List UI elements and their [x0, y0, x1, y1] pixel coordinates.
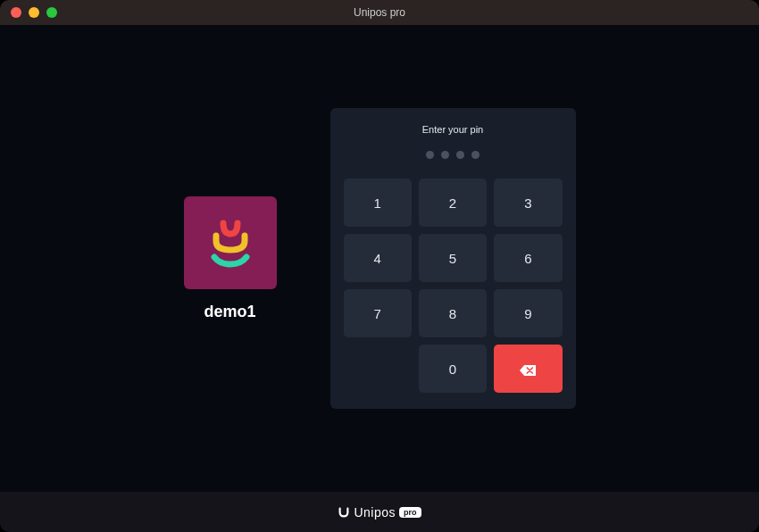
key-5[interactable]: 5 [419, 234, 487, 282]
pin-indicator [426, 151, 480, 159]
footer-brand: Unipos pro [338, 505, 421, 520]
window-controls [11, 7, 57, 18]
key-4[interactable]: 4 [344, 234, 412, 282]
app-body: demo1 Enter your pin 1 2 3 4 5 6 7 8 9 [0, 25, 759, 532]
window-close-button[interactable] [11, 7, 21, 18]
app-footer: Unipos pro [0, 492, 759, 532]
window-titlebar: Unipos pro [0, 0, 759, 25]
pin-prompt-label: Enter your pin [422, 124, 483, 135]
window-minimize-button[interactable] [29, 7, 39, 18]
key-8[interactable]: 8 [419, 289, 487, 337]
window-maximize-button[interactable] [46, 7, 57, 18]
main-content: demo1 Enter your pin 1 2 3 4 5 6 7 8 9 [0, 25, 759, 492]
key-7[interactable]: 7 [344, 289, 412, 337]
footer-logo-icon [338, 506, 350, 519]
key-0[interactable]: 0 [419, 345, 487, 393]
pin-dot [456, 151, 464, 159]
brand-logo-icon [202, 214, 259, 271]
window-title: Unipos pro [354, 6, 405, 19]
user-avatar [184, 196, 277, 289]
pin-entry-panel: Enter your pin 1 2 3 4 5 6 7 8 9 0 [330, 108, 576, 409]
key-3[interactable]: 3 [494, 179, 562, 227]
user-section: demo1 [184, 196, 277, 321]
pin-dot [471, 151, 480, 159]
key-2[interactable]: 2 [419, 179, 487, 227]
key-empty [344, 345, 412, 393]
key-1[interactable]: 1 [344, 179, 412, 227]
footer-brand-text: Unipos [354, 505, 396, 520]
key-6[interactable]: 6 [494, 234, 562, 282]
pin-keypad: 1 2 3 4 5 6 7 8 9 0 [344, 179, 563, 393]
username-label: demo1 [204, 303, 255, 321]
key-9[interactable]: 9 [494, 289, 562, 337]
footer-pro-badge: pro [399, 507, 421, 518]
pin-dot [441, 151, 449, 159]
backspace-icon [520, 363, 536, 374]
key-delete[interactable] [494, 345, 562, 393]
pin-dot [426, 151, 434, 159]
